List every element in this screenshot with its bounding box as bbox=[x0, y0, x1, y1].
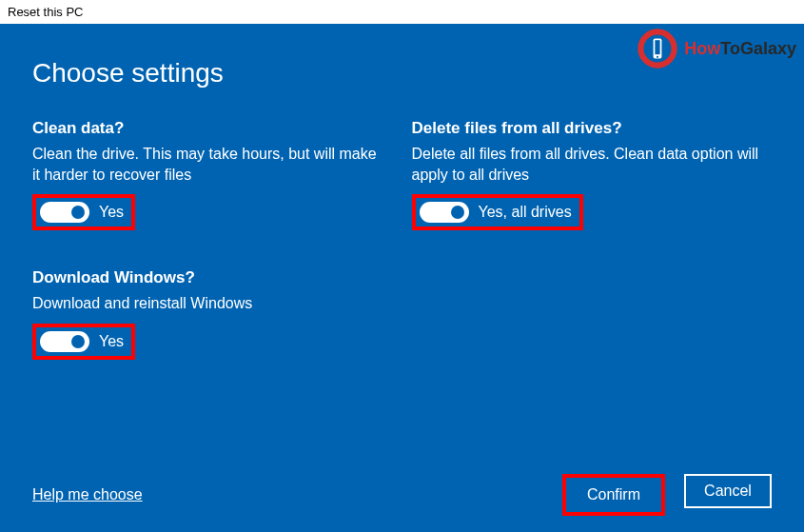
setting-title: Download Windows? bbox=[32, 268, 384, 287]
toggle-row: Yes, all drives bbox=[420, 202, 572, 223]
setting-description: Download and reinstall Windows bbox=[32, 293, 384, 314]
svg-rect-2 bbox=[656, 40, 660, 54]
settings-grid: Clean data? Clean the drive. This may ta… bbox=[32, 119, 772, 360]
watermark-text-to: To bbox=[720, 39, 740, 58]
setting-title: Delete files from all drives? bbox=[412, 119, 764, 138]
setting-download-windows: Download Windows? Download and reinstall… bbox=[32, 268, 384, 360]
toggle-row: Yes bbox=[40, 202, 124, 223]
download-windows-toggle[interactable] bbox=[40, 331, 89, 352]
watermark-text-galaxy: Galaxy bbox=[740, 39, 796, 58]
setting-clean-data: Clean data? Clean the drive. This may ta… bbox=[32, 119, 384, 230]
footer-buttons: Confirm Cancel bbox=[562, 474, 772, 516]
highlight-box: Yes bbox=[32, 324, 135, 360]
toggle-knob-icon bbox=[71, 335, 85, 348]
help-me-choose-link[interactable]: Help me choose bbox=[32, 486, 143, 503]
window-title: Reset this PC bbox=[0, 0, 804, 24]
svg-rect-1 bbox=[654, 38, 662, 58]
confirm-button[interactable]: Confirm bbox=[566, 478, 661, 512]
highlight-box: Confirm bbox=[562, 474, 665, 516]
toggle-label: Yes bbox=[99, 333, 124, 350]
toggle-row: Yes bbox=[40, 331, 124, 352]
clean-data-toggle[interactable] bbox=[40, 202, 89, 223]
highlight-box: Yes, all drives bbox=[412, 194, 583, 230]
toggle-label: Yes bbox=[99, 204, 124, 221]
toggle-knob-icon bbox=[451, 206, 464, 219]
delete-all-drives-toggle[interactable] bbox=[420, 202, 469, 223]
setting-description: Delete all files from all drives. Clean … bbox=[412, 144, 764, 185]
setting-description: Clean the drive. This may take hours, bu… bbox=[32, 144, 384, 185]
page-title: Choose settings bbox=[32, 58, 772, 89]
setting-delete-all-drives: Delete files from all drives? Delete all… bbox=[412, 119, 764, 230]
cancel-button[interactable]: Cancel bbox=[684, 474, 772, 508]
watermark-text-how: How bbox=[684, 39, 720, 58]
dialog-container: HowToGalaxy Choose settings Clean data? … bbox=[0, 24, 804, 532]
highlight-box: Yes bbox=[32, 194, 135, 230]
dialog-footer: Help me choose Confirm Cancel bbox=[32, 474, 772, 516]
toggle-label: Yes, all drives bbox=[479, 204, 572, 221]
setting-title: Clean data? bbox=[32, 119, 384, 138]
toggle-knob-icon bbox=[71, 206, 85, 219]
